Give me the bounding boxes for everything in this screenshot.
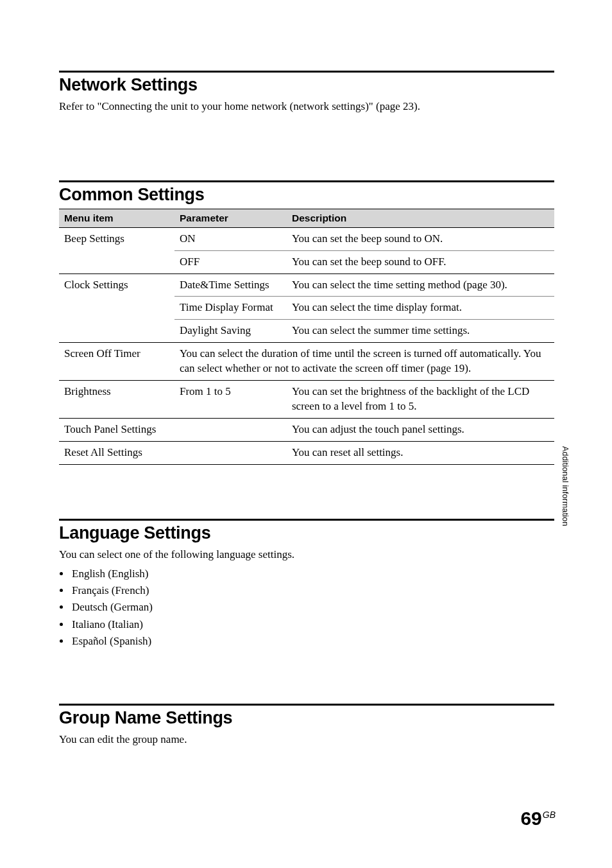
cell-description: You can set the beep sound to OFF. (287, 250, 554, 273)
cell-description: You can set the brightness of the backli… (287, 381, 554, 419)
group-name-settings-body: You can edit the group name. (59, 732, 554, 748)
col-header-parameter: Parameter (174, 209, 287, 227)
cell-parameter: Daylight Saving (174, 320, 287, 343)
cell-parameter: OFF (174, 250, 287, 273)
heading-network-settings: Network Settings (59, 75, 554, 95)
language-settings-intro: You can select one of the following lang… (59, 547, 554, 563)
common-settings-table: Menu item Parameter Description Beep Set… (59, 209, 554, 465)
section-divider (59, 180, 554, 182)
section-divider (59, 71, 554, 73)
cell-description: You can select the time display format. (287, 297, 554, 320)
table-row: Screen Off Timer You can select the dura… (59, 343, 554, 381)
cell-description: You can set the beep sound to ON. (287, 227, 554, 250)
page-number: 69GB (520, 808, 556, 829)
cell-parameter: ON (174, 227, 287, 250)
cell-menu-item: Beep Settings (59, 227, 174, 273)
cell-description: You can select the time setting method (… (287, 273, 554, 297)
table-row: Brightness From 1 to 5 You can set the b… (59, 381, 554, 419)
list-item: Deutsch (German) (71, 599, 554, 616)
list-item: Italiano (Italian) (71, 616, 554, 633)
cell-menu-item: Reset All Settings (59, 442, 174, 465)
page-number-value: 69 (520, 808, 541, 829)
list-item: Français (French) (71, 582, 554, 599)
cell-parameter: Time Display Format (174, 297, 287, 320)
network-settings-body: Refer to "Connecting the unit to your ho… (59, 99, 554, 115)
cell-description: You can reset all settings. (287, 442, 554, 465)
cell-parameter (174, 442, 287, 465)
table-row: Clock Settings Date&Time Settings You ca… (59, 273, 554, 297)
table-row: Reset All Settings You can reset all set… (59, 442, 554, 465)
cell-parameter: From 1 to 5 (174, 381, 287, 419)
cell-description: You can select the duration of time unti… (174, 343, 554, 381)
col-header-menu: Menu item (59, 209, 174, 227)
heading-common-settings: Common Settings (59, 185, 554, 205)
cell-menu-item: Screen Off Timer (59, 343, 174, 381)
heading-language-settings: Language Settings (59, 523, 554, 543)
table-header-row: Menu item Parameter Description (59, 209, 554, 227)
cell-description: You can select the summer time settings. (287, 320, 554, 343)
cell-menu-item: Clock Settings (59, 273, 174, 343)
language-list: English (English) Français (French) Deut… (59, 566, 554, 650)
cell-description: You can adjust the touch panel settings. (287, 419, 554, 442)
list-item: English (English) (71, 566, 554, 582)
section-divider (59, 519, 554, 521)
page-number-suffix: GB (543, 810, 556, 820)
section-divider (59, 704, 554, 706)
side-tab-label: Additional information (561, 446, 570, 526)
col-header-description: Description (287, 209, 554, 227)
heading-group-name-settings: Group Name Settings (59, 708, 554, 728)
table-row: Beep Settings ON You can set the beep so… (59, 227, 554, 250)
cell-parameter: Date&Time Settings (174, 273, 287, 297)
table-row: Touch Panel Settings You can adjust the … (59, 419, 554, 442)
list-item: Español (Spanish) (71, 633, 554, 650)
cell-menu-item: Touch Panel Settings (59, 419, 174, 442)
cell-menu-item: Brightness (59, 381, 174, 419)
cell-parameter (174, 419, 287, 442)
